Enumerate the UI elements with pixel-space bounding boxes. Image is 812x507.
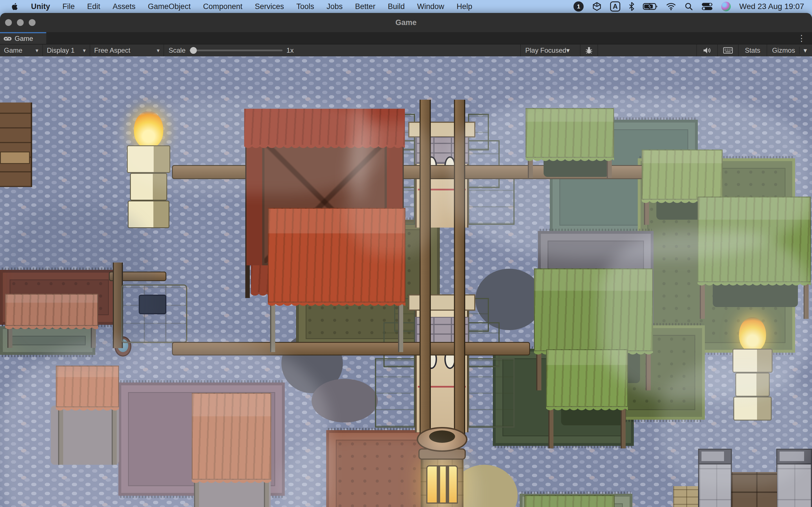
- menu-item-help[interactable]: Help: [450, 0, 478, 13]
- keyboard-grid-icon: [723, 47, 733, 54]
- chevron-down-icon: ▾: [79, 47, 86, 54]
- fog-6: [660, 363, 812, 487]
- gate-south-step: [468, 358, 515, 428]
- fog-dark: [0, 206, 155, 366]
- tab-options-icon[interactable]: ⋮: [791, 32, 812, 44]
- keyboard-shortcuts-button[interactable]: [717, 45, 738, 56]
- light-streak: [352, 99, 366, 200]
- gate-south-step: [375, 358, 415, 428]
- chevron-down-icon: ▾: [566, 47, 569, 54]
- tab-bar: Game ⋮: [0, 32, 812, 45]
- control-center-icon[interactable]: [702, 3, 713, 10]
- mute-audio-button[interactable]: [696, 45, 717, 56]
- unity-hub-icon[interactable]: [592, 2, 602, 11]
- crate-bar: [0, 152, 30, 164]
- canopy-green-south-scallop: [546, 407, 628, 414]
- menu-item-tools[interactable]: Tools: [290, 0, 320, 13]
- aspect-dropdown[interactable]: Free Aspect▾: [90, 45, 164, 56]
- fog-5: [279, 437, 479, 507]
- window-title: Game: [0, 18, 812, 27]
- bug-icon: [585, 46, 593, 55]
- scale-slider[interactable]: [190, 50, 283, 51]
- chevron-down-icon: ▾: [804, 47, 807, 54]
- canopy-orange-scallop: [268, 302, 405, 310]
- menu-item-assets[interactable]: Assets: [107, 0, 142, 13]
- tab-label: Game: [15, 35, 33, 43]
- gizmos-dropdown[interactable]: Gizmos▾: [767, 45, 812, 56]
- scale-value: 1x: [287, 47, 294, 54]
- scale-control: Scale 1x: [164, 45, 322, 56]
- window-title-bar: Game: [0, 13, 812, 32]
- menu-item-edit[interactable]: Edit: [81, 0, 107, 13]
- spotlight-search-icon[interactable]: [684, 2, 693, 11]
- divider: [799, 47, 800, 54]
- fog-1: [118, 99, 380, 194]
- game-scene: [0, 56, 812, 507]
- macos-menu-bar: UnityFileEditAssetsGameObjectComponentSe…: [0, 0, 812, 13]
- debug-button[interactable]: [580, 45, 598, 56]
- menu-items: UnityFileEditAssetsGameObjectComponentSe…: [25, 0, 478, 13]
- menu-item-file[interactable]: File: [56, 0, 81, 13]
- menu-item-better[interactable]: Better: [349, 0, 382, 13]
- menu-item-services[interactable]: Services: [249, 0, 290, 13]
- unity-window: Game Game ⋮ Game▾ Display 1▾ Free Aspect…: [0, 13, 812, 507]
- menu-item-jobs[interactable]: Jobs: [320, 0, 349, 13]
- notification-badge-icon[interactable]: 1: [573, 1, 583, 11]
- battery-charging-icon[interactable]: [643, 3, 658, 10]
- display-dropdown[interactable]: Display 1▾: [43, 45, 90, 56]
- tab-game[interactable]: Game: [0, 32, 46, 44]
- siri-icon[interactable]: [721, 2, 731, 11]
- menu-item-window[interactable]: Window: [411, 0, 450, 13]
- path-bottom-right: [673, 486, 701, 507]
- bluetooth-icon[interactable]: [629, 2, 635, 11]
- game-dropdown[interactable]: Game▾: [0, 45, 43, 56]
- scale-label: Scale: [168, 47, 186, 54]
- canopy-green-br: [524, 495, 615, 507]
- screen: UnityFileEditAssetsGameObjectComponentSe…: [0, 0, 812, 507]
- scale-slider-knob[interactable]: [190, 47, 197, 54]
- play-focused-dropdown[interactable]: Play Focused▾: [521, 45, 580, 56]
- speaker-icon: [703, 47, 711, 54]
- chevron-down-icon: ▾: [31, 47, 38, 54]
- gate-south-header: [408, 294, 475, 311]
- menu-item-gameobject[interactable]: GameObject: [142, 0, 197, 13]
- stats-button[interactable]: Stats: [738, 45, 767, 56]
- apple-menu-icon[interactable]: [0, 2, 25, 11]
- chevron-down-icon: ▾: [152, 47, 160, 54]
- menu-item-component[interactable]: Component: [197, 0, 249, 13]
- crate: [0, 103, 32, 187]
- game-viewport[interactable]: [0, 56, 812, 507]
- gamepad-icon: [3, 36, 12, 41]
- status-icons: 1 A Wed 23 Aug 19:07: [573, 1, 812, 11]
- menu-item-unity[interactable]: Unity: [25, 0, 56, 13]
- menu-item-build[interactable]: Build: [382, 0, 411, 13]
- wifi-icon[interactable]: [666, 3, 676, 10]
- menu-bar-clock[interactable]: Wed 23 Aug 19:07: [739, 2, 806, 11]
- input-source-icon[interactable]: A: [610, 1, 620, 11]
- game-view-toolbar: Game▾ Display 1▾ Free Aspect▾ Scale 1x P…: [0, 45, 812, 56]
